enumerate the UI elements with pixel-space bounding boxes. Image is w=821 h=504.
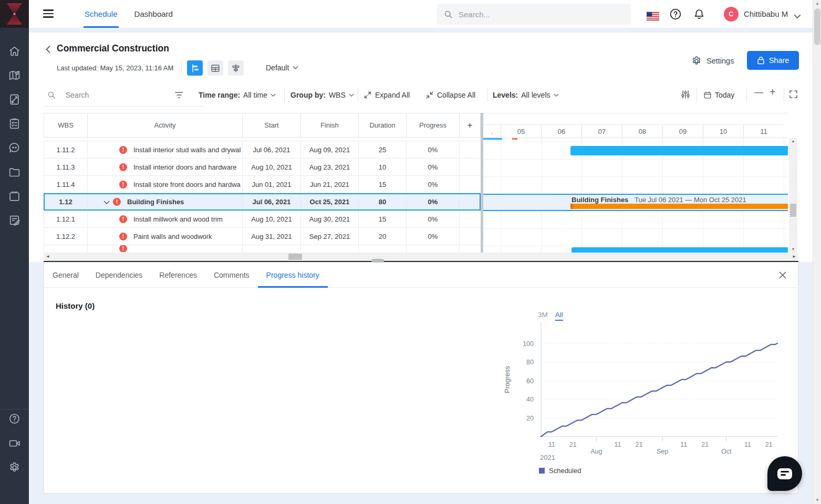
- table-row[interactable]: 1.12 ! Building Finishes Jul 06, 2021 Oc…: [44, 193, 481, 211]
- user-menu-chevron-icon[interactable]: [794, 12, 801, 17]
- fullscreen-icon[interactable]: [789, 90, 798, 99]
- col-header-progress[interactable]: Progress: [407, 113, 460, 137]
- schedule-panel: Commercial Construction Last updated: Ma…: [29, 33, 813, 262]
- grid-view-toggle[interactable]: [207, 60, 223, 76]
- gantt-bar-install-stud-walls[interactable]: [570, 146, 788, 155]
- global-search[interactable]: [437, 4, 631, 25]
- scroll-down-arrow[interactable]: ▼: [789, 246, 797, 253]
- group-by-dropdown[interactable]: Group by: WBS: [290, 87, 354, 103]
- table-row[interactable]: 1.11.4 ! Install store front doors and h…: [44, 176, 481, 193]
- details-tab[interactable]: General: [44, 262, 87, 287]
- table-row[interactable]: 1.11.2 ! Install interior stud walls and…: [44, 141, 481, 159]
- notes-icon[interactable]: [8, 214, 21, 227]
- map-icon[interactable]: [8, 69, 21, 82]
- gantt-timeline-header: .05060708091011: [483, 113, 788, 138]
- help-icon[interactable]: [8, 412, 21, 425]
- activity-cell: ! Install interior doors and hardware: [88, 159, 243, 175]
- col-header-finish[interactable]: Finish: [301, 113, 359, 137]
- view-dropdown[interactable]: Default: [266, 64, 298, 72]
- video-icon[interactable]: [8, 437, 21, 450]
- chat-widget-button[interactable]: [767, 456, 802, 491]
- task-list-icon[interactable]: [8, 117, 21, 130]
- help-circle-icon[interactable]: [669, 8, 682, 20]
- gantt-bar-clipped-top[interactable]: [483, 138, 502, 140]
- gantt-bar-clipped-bottom[interactable]: [571, 247, 788, 253]
- scroll-up-arrow[interactable]: ▲: [789, 138, 797, 144]
- table-row[interactable]: 1.11.3 ! Install interior doors and hard…: [44, 159, 481, 176]
- table-row[interactable]: 1.12.2 ! Paint walls and woodwork Aug 31…: [44, 228, 481, 245]
- scrollbar-thumb[interactable]: [814, 8, 820, 45]
- clipped-row-bottom[interactable]: !: [44, 245, 481, 252]
- chat-icon[interactable]: [8, 141, 21, 154]
- gantt-vertical-scrollbar[interactable]: ▲ ▼: [789, 138, 797, 253]
- top-nav-tabs: ScheduleDashboard: [76, 0, 181, 28]
- scrollbar-thumb[interactable]: [288, 254, 302, 260]
- top-nav-tab[interactable]: Schedule: [76, 0, 126, 28]
- gear-icon: [691, 55, 702, 67]
- user-name[interactable]: Chittibabu M: [744, 9, 788, 18]
- gantt-chart-area[interactable]: Building Finishes Tue Jul 06 2021 — Mon …: [483, 138, 788, 253]
- project-settings-button[interactable]: Settings: [691, 55, 734, 67]
- gantt-search[interactable]: Search: [47, 90, 89, 100]
- zoom-out-button[interactable]: —: [754, 87, 763, 98]
- panel-resize-handle[interactable]: [371, 259, 384, 262]
- levels-dropdown[interactable]: Levels: All levels: [493, 87, 559, 103]
- scroll-right-arrow[interactable]: ►: [792, 253, 796, 261]
- home-icon[interactable]: [8, 45, 21, 58]
- scroll-up-arrow[interactable]: ▲: [813, 0, 821, 7]
- calendar-icon[interactable]: [8, 190, 21, 203]
- gantt-view-toggle[interactable]: [187, 60, 203, 76]
- svg-text:20: 20: [526, 415, 534, 422]
- zoom-in-button[interactable]: +: [770, 86, 776, 98]
- scrollbar-thumb[interactable]: [790, 204, 796, 217]
- panel-resize-divider[interactable]: [44, 261, 798, 262]
- col-header-duration[interactable]: Duration: [359, 113, 407, 137]
- filter-icon[interactable]: [175, 91, 183, 99]
- hamburger-menu-icon[interactable]: [43, 9, 54, 18]
- col-header-activity[interactable]: Activity: [88, 113, 243, 137]
- language-flag-icon[interactable]: [647, 10, 658, 18]
- col-header-start[interactable]: Start: [243, 113, 301, 137]
- add-column-button[interactable]: +: [460, 113, 481, 137]
- columns-settings-icon[interactable]: [681, 90, 690, 99]
- divider: [181, 61, 182, 75]
- notifications-bell-icon[interactable]: [693, 8, 705, 20]
- time-range-dropdown[interactable]: Time range: All time: [199, 87, 276, 103]
- page-scrollbar[interactable]: ▲ ▼: [813, 0, 821, 504]
- progress-cell: 0%: [407, 211, 460, 227]
- back-chevron-icon[interactable]: [44, 45, 53, 54]
- board-view-toggle[interactable]: [228, 60, 244, 76]
- table-row[interactable]: 1.12.1 ! Install millwork and wood trim …: [44, 211, 481, 228]
- horizontal-scrollbar[interactable]: ◄ ►: [44, 253, 798, 261]
- warning-icon: !: [113, 198, 121, 206]
- scroll-down-arrow[interactable]: ▼: [813, 497, 821, 504]
- details-tab[interactable]: References: [151, 262, 205, 287]
- expand-all-button[interactable]: Expand All: [363, 87, 410, 103]
- chevron-down-icon[interactable]: [103, 198, 110, 205]
- top-nav-tab[interactable]: Dashboard: [126, 0, 181, 28]
- collapse-all-label: Collapse All: [437, 91, 475, 99]
- app-logo[interactable]: [0, 0, 29, 28]
- gantt-bar-building-finishes[interactable]: [570, 204, 788, 209]
- today-button[interactable]: Today: [703, 87, 734, 103]
- svg-text:21: 21: [765, 441, 773, 448]
- strategy-icon[interactable]: [8, 93, 21, 106]
- warning-icon: !: [119, 163, 127, 171]
- scroll-left-arrow[interactable]: ◄: [46, 253, 50, 261]
- project-title: Commercial Construction: [57, 43, 169, 54]
- col-header-wbs[interactable]: WBS: [44, 113, 88, 137]
- calendar-today-icon: [703, 91, 712, 99]
- user-avatar[interactable]: C: [724, 7, 739, 22]
- projects-folder-icon[interactable]: [8, 165, 21, 178]
- global-search-input[interactable]: [459, 10, 616, 19]
- details-tab[interactable]: Comments: [205, 262, 258, 287]
- progress-drag-handle[interactable]: [570, 204, 573, 209]
- view-dropdown-value: Default: [266, 64, 289, 72]
- collapse-all-button[interactable]: Collapse All: [425, 87, 475, 103]
- task-details-panel: GeneralDependenciesReferencesCommentsPro…: [44, 262, 798, 494]
- details-tab[interactable]: Progress history: [258, 262, 328, 287]
- settings-gear-icon[interactable]: [8, 461, 21, 474]
- details-tab[interactable]: Dependencies: [87, 262, 151, 287]
- share-button[interactable]: Share: [747, 51, 799, 70]
- close-icon[interactable]: [778, 271, 787, 279]
